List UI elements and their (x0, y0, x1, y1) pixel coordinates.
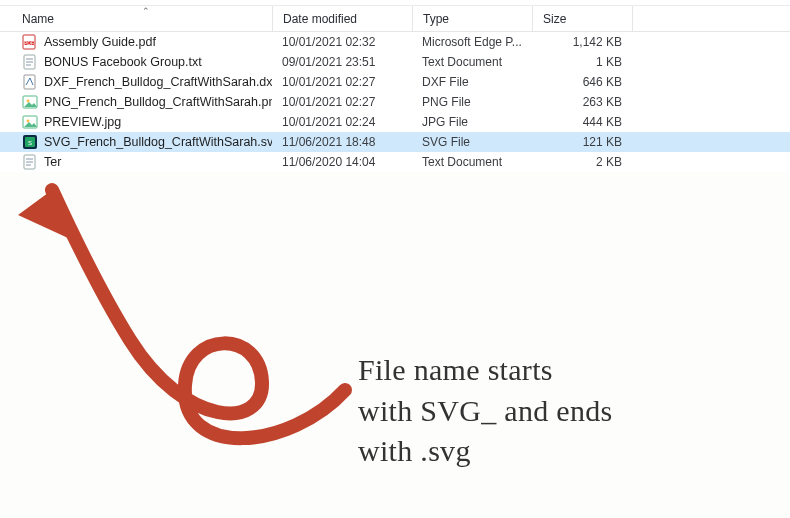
column-header-size[interactable]: Size (532, 6, 632, 31)
file-size-cell: 263 KB (532, 95, 632, 109)
file-name-label: SVG_French_Bulldog_CraftWithSarah.svg (44, 135, 272, 149)
file-row[interactable]: PREVIEW.jpg10/01/2021 02:24JPG File444 K… (0, 112, 790, 132)
pdf-file-icon: PDF (22, 34, 38, 50)
dxf-file-icon (22, 74, 38, 90)
file-size-cell: 646 KB (532, 75, 632, 89)
column-header-date-label: Date modified (283, 12, 357, 26)
file-date-cell: 10/01/2021 02:32 (272, 35, 412, 49)
annotation-line-2: with SVG_ and ends (358, 391, 613, 432)
txt-file-icon (22, 54, 38, 70)
file-type-cell: Text Document (412, 155, 532, 169)
file-type-cell: Text Document (412, 55, 532, 69)
file-size-cell: 121 KB (532, 135, 632, 149)
annotation-line-1: File name starts (358, 350, 613, 391)
file-name-cell: PNG_French_Bulldog_CraftWithSarah.png (0, 94, 272, 110)
file-size-cell: 444 KB (532, 115, 632, 129)
txt-file-icon (22, 154, 38, 170)
column-header-date[interactable]: Date modified (272, 6, 412, 31)
column-header-end (632, 6, 790, 31)
file-type-cell: DXF File (412, 75, 532, 89)
file-size-cell: 1 KB (532, 55, 632, 69)
file-date-cell: 10/01/2021 02:24 (272, 115, 412, 129)
file-row[interactable]: DXF_French_Bulldog_CraftWithSarah.dxf10/… (0, 72, 790, 92)
column-header-row: Name ⌃ Date modified Type Size (0, 6, 790, 32)
column-header-type[interactable]: Type (412, 6, 532, 31)
file-name-label: Ter (44, 155, 61, 169)
file-type-cell: SVG File (412, 135, 532, 149)
annotation-text: File name starts with SVG_ and ends with… (358, 350, 613, 472)
png-file-icon (22, 94, 38, 110)
file-list: PDFAssembly Guide.pdf10/01/2021 02:32Mic… (0, 32, 790, 172)
file-name-label: DXF_French_Bulldog_CraftWithSarah.dxf (44, 75, 272, 89)
file-row[interactable]: SSVG_French_Bulldog_CraftWithSarah.svg11… (0, 132, 790, 152)
svg-rect-7 (24, 75, 35, 89)
column-header-name-label: Name (22, 12, 54, 26)
file-name-label: PNG_French_Bulldog_CraftWithSarah.png (44, 95, 272, 109)
file-row[interactable]: Ter11/06/2020 14:04Text Document2 KB (0, 152, 790, 172)
file-date-cell: 11/06/2020 14:04 (272, 155, 412, 169)
file-name-label: PREVIEW.jpg (44, 115, 121, 129)
file-name-cell: DXF_French_Bulldog_CraftWithSarah.dxf (0, 74, 272, 90)
file-date-cell: 10/01/2021 02:27 (272, 75, 412, 89)
svg-file-icon: S (22, 134, 38, 150)
svg-marker-19 (18, 190, 68, 238)
svg-point-9 (27, 100, 30, 103)
file-name-cell: PDFAssembly Guide.pdf (0, 34, 272, 50)
file-name-cell: BONUS Facebook Group.txt (0, 54, 272, 70)
annotation-line-3: with .svg (358, 431, 613, 472)
file-date-cell: 09/01/2021 23:51 (272, 55, 412, 69)
file-name-label: Assembly Guide.pdf (44, 35, 156, 49)
file-size-cell: 2 KB (532, 155, 632, 169)
svg-point-11 (27, 120, 30, 123)
annotation-arrow (10, 160, 390, 490)
file-type-cell: JPG File (412, 115, 532, 129)
file-name-cell: Ter (0, 154, 272, 170)
file-type-cell: Microsoft Edge P... (412, 35, 532, 49)
file-date-cell: 10/01/2021 02:27 (272, 95, 412, 109)
sort-caret-icon: ⌃ (142, 6, 150, 16)
file-name-cell: PREVIEW.jpg (0, 114, 272, 130)
svg-text:S: S (28, 140, 32, 146)
file-name-cell: SSVG_French_Bulldog_CraftWithSarah.svg (0, 134, 272, 150)
file-type-cell: PNG File (412, 95, 532, 109)
column-header-name[interactable]: Name ⌃ (0, 12, 272, 26)
file-name-label: BONUS Facebook Group.txt (44, 55, 202, 69)
column-header-type-label: Type (423, 12, 449, 26)
file-size-cell: 1,142 KB (532, 35, 632, 49)
svg-text:PDF: PDF (24, 40, 34, 46)
file-row[interactable]: BONUS Facebook Group.txt09/01/2021 23:51… (0, 52, 790, 72)
file-row[interactable]: PDFAssembly Guide.pdf10/01/2021 02:32Mic… (0, 32, 790, 52)
file-row[interactable]: PNG_French_Bulldog_CraftWithSarah.png10/… (0, 92, 790, 112)
column-header-size-label: Size (543, 12, 566, 26)
jpg-file-icon (22, 114, 38, 130)
file-date-cell: 11/06/2021 18:48 (272, 135, 412, 149)
